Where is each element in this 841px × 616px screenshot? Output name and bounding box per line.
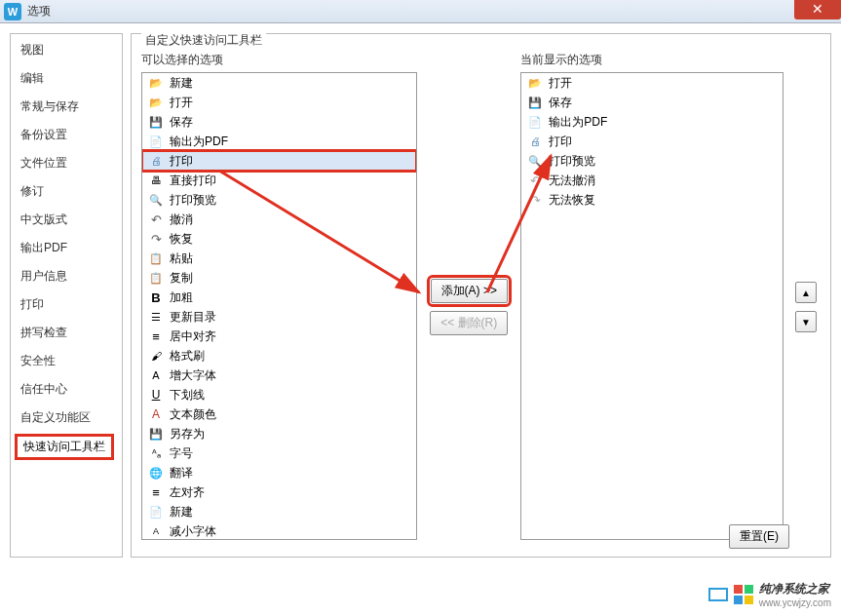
current-label: 当前显示的选项	[520, 52, 784, 68]
print-icon	[148, 153, 164, 169]
sidebar-item[interactable]: 拼写检查	[11, 319, 122, 347]
list-item[interactable]: 翻译	[142, 463, 416, 482]
list-item-label: 翻译	[170, 465, 193, 481]
list-item-label: 左对齐	[170, 484, 205, 501]
list-item[interactable]: 字号	[142, 443, 416, 463]
titlebar: W 选项 ✕	[0, 0, 841, 23]
preview-icon	[527, 153, 543, 169]
list-item[interactable]: 撤消	[142, 210, 416, 229]
list-item[interactable]: 打开	[142, 93, 416, 112]
list-item[interactable]: 打开	[521, 73, 783, 93]
list-item[interactable]: 下划线	[142, 385, 416, 404]
move-down-button[interactable]: ▼	[795, 311, 817, 332]
list-item-label: 字号	[170, 445, 193, 462]
current-listbox[interactable]: 打开保存输出为PDF打印打印预览无法撤消无法恢复	[520, 72, 784, 540]
list-item[interactable]: 恢复	[142, 229, 416, 249]
list-item[interactable]: 新建	[142, 502, 416, 521]
list-item-label: 无法撤消	[549, 173, 595, 189]
list-item[interactable]: 文本颜色	[142, 404, 416, 424]
list-item[interactable]: 新建	[142, 73, 416, 93]
sidebar-item[interactable]: 中文版式	[11, 206, 122, 234]
new-icon	[148, 504, 164, 520]
sidebar-item[interactable]: 常规与保存	[11, 93, 122, 121]
close-button[interactable]: ✕	[794, 0, 841, 19]
paste-icon	[148, 250, 164, 266]
remove-button[interactable]: << 删除(R)	[430, 311, 508, 335]
copy-icon	[148, 270, 164, 286]
list-item-label: 粘贴	[170, 250, 193, 267]
list-item-label: 打印	[170, 153, 193, 170]
add-button[interactable]: 添加(A) >>	[431, 279, 508, 303]
available-label: 可以选择的选项	[141, 52, 417, 68]
sidebar-item[interactable]: 自定义功能区	[11, 404, 122, 432]
list-item[interactable]: 居中对齐	[142, 327, 416, 346]
sidebar-item[interactable]: 输出PDF	[11, 234, 122, 262]
list-item[interactable]: 输出为PDF	[521, 112, 783, 132]
reorder-controls: ▲ ▼	[791, 52, 821, 562]
sidebar-item[interactable]: 信任中心	[11, 375, 122, 404]
transfer-buttons: 添加(A) >> << 删除(R)	[425, 52, 513, 562]
sidebar-item[interactable]: 文件位置	[11, 149, 122, 177]
watermark: 纯净系统之家 www.ycwjzy.com	[708, 581, 831, 608]
folder-icon	[148, 75, 164, 91]
list-item-label: 复制	[170, 270, 193, 287]
toc-icon	[148, 309, 164, 325]
sidebar-item[interactable]: 用户信息	[11, 262, 122, 290]
list-item[interactable]: 加粗	[142, 288, 416, 307]
fontdown-icon	[148, 523, 164, 539]
list-item-label: 居中对齐	[170, 328, 216, 345]
list-item[interactable]: 减小字体	[142, 521, 416, 540]
list-item-label: 输出为PDF	[549, 114, 607, 131]
redo-icon	[148, 231, 164, 247]
brush-icon	[148, 348, 164, 364]
list-item-label: 打印预览	[549, 153, 595, 170]
customize-panel: 自定义快速访问工具栏 可以选择的选项 新建打开保存输出为PDF打印直接打印打印预…	[131, 33, 831, 558]
list-item-label: 输出为PDF	[170, 134, 228, 150]
reset-button[interactable]: 重置(E)	[729, 524, 789, 549]
move-up-button[interactable]: ▲	[795, 282, 817, 303]
sidebar-item[interactable]: 修订	[11, 177, 122, 206]
panel-title: 自定义快速访问工具栏	[141, 32, 266, 49]
sidebar-item[interactable]: 编辑	[11, 64, 122, 93]
available-listbox[interactable]: 新建打开保存输出为PDF打印直接打印打印预览撤消恢复粘贴复制加粗更新目录居中对齐…	[141, 72, 417, 540]
list-item[interactable]: 打印	[521, 132, 783, 151]
bold-icon	[148, 289, 164, 305]
list-item-label: 保存	[549, 95, 572, 111]
left-icon	[148, 484, 164, 500]
list-item[interactable]: 粘贴	[142, 249, 416, 268]
list-item-label: 格式刷	[170, 348, 205, 365]
list-item[interactable]: 打印预览	[142, 190, 416, 210]
list-item[interactable]: 无法恢复	[521, 190, 783, 210]
sidebar-item[interactable]: 视图	[11, 36, 122, 64]
watermark-icon	[708, 588, 728, 601]
list-item[interactable]: 左对齐	[142, 482, 416, 502]
sidebar-item-quick-access[interactable]: 快速访问工具栏	[15, 434, 114, 460]
save-icon	[527, 95, 543, 110]
sidebar-item[interactable]: 安全性	[11, 347, 122, 375]
list-item-label: 恢复	[170, 231, 193, 248]
app-icon: W	[4, 3, 21, 20]
list-item[interactable]: 格式刷	[142, 346, 416, 366]
list-item-label: 下划线	[170, 387, 205, 404]
list-item[interactable]: 无法撤消	[521, 171, 783, 190]
fontcolor-icon	[148, 406, 164, 422]
list-item[interactable]: 保存	[521, 93, 783, 112]
list-item[interactable]: 打印预览	[521, 151, 783, 171]
list-item-label: 加粗	[170, 289, 193, 306]
sidebar-item[interactable]: 备份设置	[11, 121, 122, 149]
list-item[interactable]: 增大字体	[142, 366, 416, 385]
list-item[interactable]: 打印	[142, 151, 416, 171]
list-item-label: 新建	[170, 504, 193, 520]
list-item[interactable]: 输出为PDF	[142, 132, 416, 151]
center-icon	[148, 328, 164, 344]
list-item[interactable]: 另存为	[142, 424, 416, 443]
list-item[interactable]: 直接打印	[142, 171, 416, 190]
underline-icon	[148, 387, 164, 403]
list-item[interactable]: 复制	[142, 268, 416, 288]
list-item[interactable]: 保存	[142, 112, 416, 132]
sidebar: 视图编辑常规与保存备份设置文件位置修订中文版式输出PDF用户信息打印拼写检查安全…	[10, 33, 123, 558]
list-item[interactable]: 更新目录	[142, 307, 416, 327]
main-content: 视图编辑常规与保存备份设置文件位置修订中文版式输出PDF用户信息打印拼写检查安全…	[0, 23, 841, 567]
list-item-label: 减小字体	[170, 523, 216, 540]
sidebar-item[interactable]: 打印	[11, 290, 122, 319]
